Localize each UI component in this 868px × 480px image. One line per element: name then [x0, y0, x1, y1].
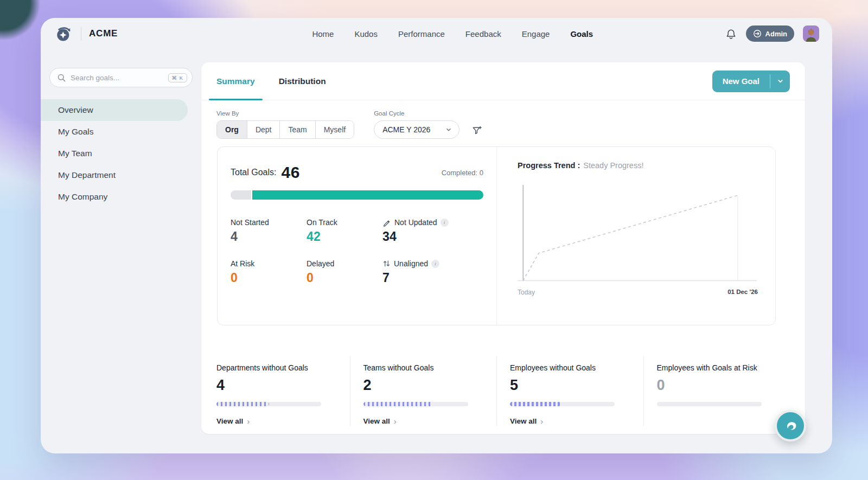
view-all-label: View all: [510, 417, 537, 425]
filters-bar: View By Org Dept Team Myself Goal Cycle …: [201, 100, 805, 139]
progress-segment-teal: [252, 190, 483, 200]
tabs-bar: Summary Distribution New Goal: [201, 62, 805, 100]
new-goal-dropdown-button[interactable]: [770, 71, 790, 92]
search-input[interactable]: [71, 74, 164, 82]
card-departments-without-goals: Departments without Goals 4 View all ›: [216, 356, 350, 426]
goal-cycle-value: ACME Y 2026: [382, 125, 430, 134]
stat-value: 0: [307, 271, 382, 285]
admin-label: Admin: [765, 30, 787, 38]
company-name: ACME: [89, 28, 118, 39]
view-all-label: View all: [363, 417, 390, 425]
card-progress-bar: [510, 402, 615, 406]
progress-trend-panel: Progress Trend : Steady Progress! Today …: [497, 147, 775, 325]
stat-value: 42: [307, 229, 382, 244]
card-title: Departments without Goals: [216, 363, 336, 372]
app-window: ACME Home Kudos Performance Feedback Eng…: [41, 18, 832, 453]
search-icon: [57, 73, 66, 82]
assistant-fab-button[interactable]: [775, 410, 806, 441]
card-progress-bar: [363, 402, 468, 406]
view-all-label: View all: [216, 417, 243, 425]
card-value: 2: [363, 377, 483, 394]
top-navbar: ACME Home Kudos Performance Feedback Eng…: [41, 18, 832, 49]
brand: ACME: [55, 24, 202, 43]
nav-item-performance[interactable]: Performance: [398, 29, 445, 39]
swap-vertical-icon: [382, 259, 391, 268]
chevron-right-icon: ›: [247, 417, 250, 426]
chevron-down-icon: [445, 126, 452, 133]
trend-title: Progress Trend :: [518, 161, 580, 170]
sidebar-item-my-goals[interactable]: My Goals: [41, 121, 201, 143]
new-goal-split-button: New Goal: [712, 71, 790, 92]
stat-unaligned: Unaligned 7: [382, 259, 483, 285]
stat-label: Unaligned: [394, 259, 428, 268]
info-icon[interactable]: [441, 219, 449, 227]
trend-line: [523, 195, 738, 280]
sidebar-item-my-department[interactable]: My Department: [41, 164, 201, 186]
card-progress-fill: [363, 402, 432, 406]
tab-distribution[interactable]: Distribution: [279, 62, 326, 100]
completed-count: Completed: 0: [442, 169, 483, 177]
stat-on-track: On Track 42: [307, 218, 382, 244]
card-employees-without-goals: Employees without Goals 5 View all ›: [496, 356, 643, 426]
stat-value: 7: [382, 271, 483, 285]
card-title: Teams without Goals: [363, 363, 483, 372]
view-all-link[interactable]: View all ›: [363, 417, 397, 426]
info-icon[interactable]: [431, 260, 439, 268]
filter-plus-icon[interactable]: [471, 125, 483, 136]
stat-value: 4: [231, 229, 307, 244]
card-title: Employees without Goals: [510, 363, 629, 372]
chevron-right-icon: ›: [394, 417, 397, 426]
total-goals-row: Total Goals: 46 Completed: 0: [231, 163, 483, 182]
goal-cycle-group: Goal Cycle ACME Y 2026: [374, 110, 459, 139]
total-goals-value: 46: [281, 163, 299, 182]
card-value: 5: [510, 377, 629, 394]
sidebar-item-my-team[interactable]: My Team: [41, 143, 201, 164]
nav-item-goals[interactable]: Goals: [570, 29, 593, 39]
stat-label: On Track: [307, 218, 337, 227]
keyboard-shortcut-badge: ⌘ K: [168, 73, 187, 82]
app-logo-swirl-icon: [782, 418, 799, 434]
admin-switch-icon: [753, 29, 762, 38]
goal-search: ⌘ K: [49, 68, 193, 87]
goal-cycle-label: Goal Cycle: [374, 110, 459, 117]
goals-progress-bar: [231, 190, 483, 200]
trend-axis-labels: Today 01 Dec '26: [518, 289, 758, 296]
nav-item-engage[interactable]: Engage: [522, 29, 550, 39]
tab-summary[interactable]: Summary: [216, 62, 255, 100]
goal-cycle-select[interactable]: ACME Y 2026: [374, 120, 459, 139]
card-progress-bar: [216, 402, 321, 406]
user-avatar[interactable]: [803, 25, 819, 42]
sidebar-item-overview[interactable]: Overview: [41, 99, 188, 121]
bottom-cards-row: Departments without Goals 4 View all › T…: [216, 356, 790, 426]
view-all-link[interactable]: View all ›: [216, 417, 250, 426]
stat-not-started: Not Started 4: [231, 218, 307, 244]
view-by-segmented-control: Org Dept Team Myself: [216, 120, 354, 139]
app-logo-icon[interactable]: [55, 24, 73, 43]
view-all-link[interactable]: View all ›: [510, 417, 543, 426]
card-progress-bar: [657, 402, 762, 406]
card-value: 4: [216, 377, 336, 394]
view-by-org[interactable]: Org: [217, 121, 247, 138]
nav-item-feedback[interactable]: Feedback: [465, 29, 501, 39]
goals-summary-card: Total Goals: 46 Completed: 0 Not Started…: [217, 146, 776, 325]
header-actions: Admin: [725, 25, 819, 42]
trend-title-row: Progress Trend : Steady Progress!: [518, 161, 758, 170]
nav-item-home[interactable]: Home: [312, 29, 334, 39]
stat-label: At Risk: [231, 259, 254, 268]
view-by-dept[interactable]: Dept: [247, 121, 280, 138]
admin-button[interactable]: Admin: [746, 25, 794, 42]
trend-subtitle: Steady Progress!: [583, 161, 643, 170]
view-by-team[interactable]: Team: [279, 121, 315, 138]
stat-delayed: Delayed 0: [307, 259, 382, 285]
notifications-bell-icon[interactable]: [725, 28, 737, 40]
sidebar-item-my-company[interactable]: My Company: [41, 186, 201, 208]
new-goal-button[interactable]: New Goal: [712, 71, 770, 92]
trend-start-label: Today: [518, 289, 535, 296]
card-employees-with-goals-at-risk: Employees with Goals at Risk 0: [643, 356, 790, 426]
nav-item-kudos[interactable]: Kudos: [354, 29, 378, 39]
pencil-icon: [382, 218, 391, 227]
card-value: 0: [657, 377, 776, 394]
card-progress-fill: [216, 402, 269, 406]
view-by-myself[interactable]: Myself: [315, 121, 354, 138]
card-progress-fill: [510, 402, 560, 406]
